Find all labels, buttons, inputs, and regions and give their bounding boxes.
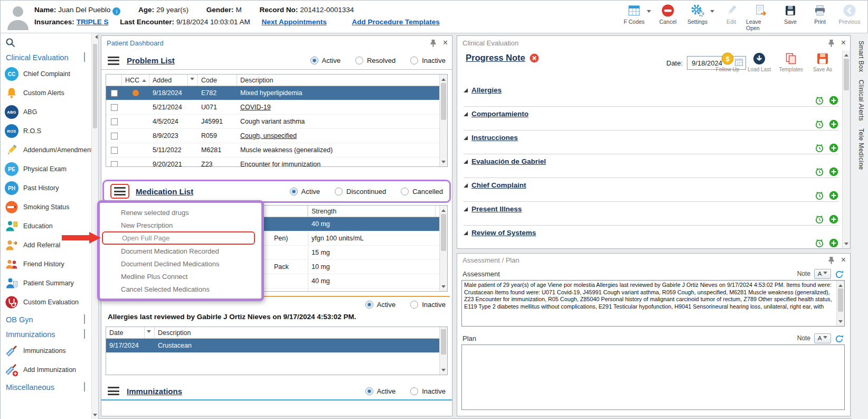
- timer-icon[interactable]: [815, 119, 824, 129]
- problem-row[interactable]: 9/18/2024 E782 Mixed hyperlipidemia: [106, 86, 447, 100]
- collapse-icon[interactable]: [464, 231, 468, 235]
- table-scrollbar[interactable]: [439, 206, 447, 291]
- sidebar-item-patient-summary[interactable]: Patient Summary: [1, 274, 91, 293]
- sidebar-item-physical-exam[interactable]: PEPhysical Exam: [1, 160, 91, 179]
- column-hcc[interactable]: HCC: [122, 75, 149, 86]
- radio-active[interactable]: [290, 188, 298, 195]
- pin-icon[interactable]: [430, 39, 437, 47]
- info-icon[interactable]: i: [112, 7, 120, 15]
- add-section-icon[interactable]: [829, 191, 838, 200]
- scrollbar-thumb[interactable]: [441, 329, 446, 355]
- column-added[interactable]: Added: [149, 75, 198, 86]
- follow-up-button[interactable]: $Follow Up: [714, 52, 741, 72]
- pin-icon[interactable]: [828, 256, 835, 264]
- add-section-icon[interactable]: [829, 96, 838, 105]
- timer-icon[interactable]: [815, 191, 824, 200]
- sidebar-item-friend-history[interactable]: Friend History: [1, 255, 91, 274]
- scroll-down-icon[interactable]: [92, 412, 98, 419]
- collapse-icon[interactable]: [464, 160, 468, 164]
- sidebar-section-ob-gyn[interactable]: OB Gyn: [1, 312, 91, 327]
- column-code[interactable]: Code: [198, 75, 237, 86]
- menu-item-document-medication-recorded[interactable]: Document Medication Recorded: [100, 245, 261, 257]
- sidebar-item-immunizations[interactable]: Immunizations: [1, 341, 91, 360]
- timer-icon[interactable]: [815, 215, 824, 224]
- add-section-icon[interactable]: [829, 143, 838, 153]
- table-scrollbar[interactable]: [439, 75, 447, 166]
- settings-button[interactable]: Settings: [683, 2, 712, 25]
- add-section-icon[interactable]: [829, 215, 838, 224]
- note-section-evaluacion-de-gabriel[interactable]: Evaluación de Gabriel: [464, 154, 838, 178]
- radio-resolved[interactable]: [355, 57, 363, 64]
- timer-icon[interactable]: [815, 96, 824, 105]
- close-icon[interactable]: ×: [841, 39, 846, 47]
- menu-item-cancel-selected-medications[interactable]: Cancel Selected Medications: [100, 283, 261, 295]
- pin-icon[interactable]: [828, 39, 835, 47]
- settings-dropdown-caret[interactable]: [710, 10, 714, 15]
- save-as-button[interactable]: Save As: [809, 52, 836, 72]
- save-button[interactable]: Save: [776, 2, 805, 25]
- add-section-icon[interactable]: [829, 119, 838, 129]
- scrollbar-thumb[interactable]: [441, 214, 446, 251]
- insurance-link[interactable]: TRIPLE S: [77, 18, 109, 26]
- collapse-icon[interactable]: [464, 183, 468, 188]
- sidebar-section-immunizations[interactable]: Immunizations: [1, 327, 91, 341]
- table-scrollbar[interactable]: [439, 327, 447, 375]
- problem-list-menu-icon[interactable]: [108, 57, 119, 65]
- tab-clinical-alerts[interactable]: Clinical Alerts: [855, 80, 865, 121]
- load-last-button[interactable]: Load Last: [746, 52, 773, 72]
- leave-open-button[interactable]: Leave Open: [746, 2, 776, 31]
- sidebar-item-add-immunization[interactable]: Add Immunization: [1, 360, 91, 379]
- chevron-up-icon[interactable]: [84, 330, 85, 339]
- note-section-comportamiento[interactable]: Comportamiento: [464, 106, 838, 130]
- sidebar-item-custom-alerts[interactable]: Custom Alerts: [1, 83, 91, 103]
- sidebar-item-ros[interactable]: ROSR.O.S: [1, 122, 91, 141]
- cancel-button[interactable]: Cancel: [653, 2, 683, 25]
- add-section-icon[interactable]: [829, 238, 838, 247]
- sidebar-item-abg[interactable]: ABGABG: [1, 103, 91, 122]
- add-procedure-templates-link[interactable]: Add Procedure Templates: [352, 18, 440, 26]
- column-description[interactable]: Description: [237, 75, 439, 86]
- radio-discontinued[interactable]: [335, 188, 343, 195]
- row-checkbox[interactable]: [111, 118, 118, 125]
- font-dropdown-button[interactable]: A: [814, 333, 831, 343]
- collapse-icon[interactable]: [464, 112, 468, 116]
- sidebar-item-past-history[interactable]: PHPast History: [1, 179, 91, 198]
- radio-inactive[interactable]: [410, 57, 418, 64]
- tab-tele-medicine[interactable]: Tele Medicine: [855, 128, 865, 170]
- sidebar-item-custom-evaluation[interactable]: Custom Evaluation: [1, 293, 91, 312]
- problem-link[interactable]: Cough, unspecified: [237, 129, 439, 143]
- row-checkbox[interactable]: [111, 90, 118, 97]
- column-description[interactable]: Description: [155, 327, 439, 338]
- row-checkbox[interactable]: [111, 104, 118, 111]
- problem-row[interactable]: 4/5/2024 J45991 Cough variant asthma: [106, 115, 447, 129]
- collapse-icon[interactable]: [464, 207, 468, 211]
- problem-row[interactable]: 8/9/2023 R059 Cough, unspecified: [106, 129, 447, 143]
- note-section-allergies[interactable]: Allergies: [464, 82, 838, 106]
- row-checkbox[interactable]: [111, 147, 118, 154]
- radio-active[interactable]: [365, 387, 373, 395]
- problem-link[interactable]: COVID-19: [237, 100, 439, 114]
- scrollbar-thumb[interactable]: [838, 288, 843, 312]
- problem-row[interactable]: 5/21/2024 U071 COVID-19: [106, 100, 447, 115]
- menu-item-renew-selected-drugs[interactable]: Renew selected drugs: [100, 206, 261, 219]
- note-section-chief-complaint[interactable]: Chief Complaint: [464, 178, 838, 201]
- chevron-up-icon[interactable]: [84, 53, 85, 62]
- timer-icon[interactable]: [815, 238, 824, 247]
- scrollbar-thumb[interactable]: [93, 44, 97, 128]
- menu-item-open-full-page[interactable]: Open Full Page: [102, 231, 255, 245]
- medication-list-menu-icon[interactable]: [114, 187, 126, 195]
- f-codes-button[interactable]: F Codes: [619, 2, 649, 25]
- refresh-icon[interactable]: [835, 269, 844, 278]
- sidebar-search[interactable]: [1, 33, 91, 50]
- templates-button[interactable]: Templates: [777, 52, 805, 72]
- column-strength[interactable]: Strength: [308, 206, 436, 217]
- timer-icon[interactable]: [815, 167, 824, 176]
- row-checkbox[interactable]: [111, 133, 118, 139]
- close-icon[interactable]: ×: [443, 39, 448, 47]
- note-section-instrucciones[interactable]: Instrucciones: [464, 130, 838, 154]
- panel-scrollbar[interactable]: [842, 50, 850, 248]
- textbox-scrollbar[interactable]: [836, 281, 844, 326]
- radio-active[interactable]: [310, 57, 318, 64]
- tab-smart-box[interactable]: Smart Box: [855, 41, 865, 72]
- note-section-review-of-systems[interactable]: Review of Systems: [464, 225, 838, 247]
